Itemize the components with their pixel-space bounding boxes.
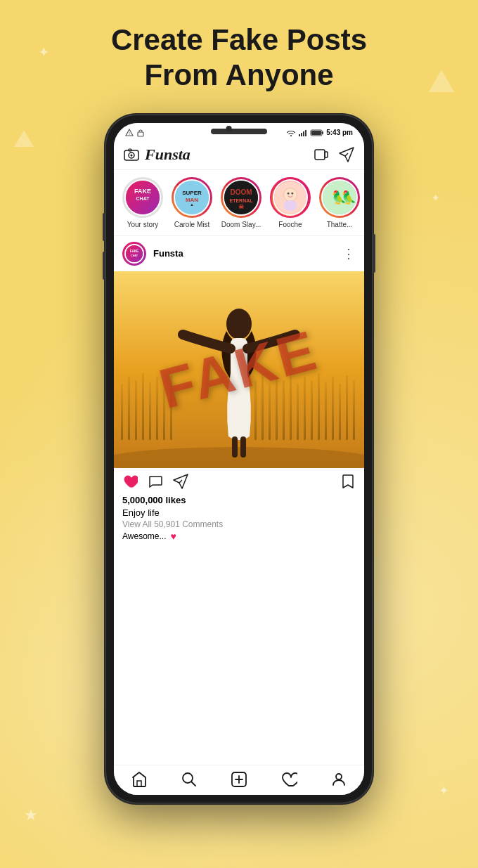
svg-rect-44: [156, 377, 158, 440]
svg-text:FAKE: FAKE: [134, 188, 151, 195]
svg-rect-47: [254, 380, 257, 440]
app-name: Funsta: [145, 145, 190, 164]
search-icon: [181, 771, 198, 788]
add-icon: [231, 771, 247, 788]
main-heading: Create Fake PostsFrom Anyone: [111, 22, 367, 93]
svg-rect-66: [240, 436, 246, 458]
nav-profile[interactable]: [330, 771, 347, 788]
svg-rect-50: [276, 377, 278, 440]
story-label-fooche: Fooche: [278, 221, 302, 228]
svg-rect-55: [311, 380, 313, 440]
send-icon[interactable]: [339, 147, 354, 162]
camera-icon[interactable]: [124, 147, 139, 162]
svg-rect-48: [261, 373, 264, 440]
post-more-menu[interactable]: ⋮: [342, 246, 356, 261]
svg-rect-65: [232, 436, 238, 458]
status-time: 5:43 pm: [326, 129, 353, 136]
status-bar: !: [114, 123, 364, 140]
share-button[interactable]: [173, 474, 188, 489]
heading-area: Create Fake PostsFrom Anyone: [83, 0, 395, 108]
status-right: 5:43 pm: [286, 129, 353, 137]
svg-rect-67: [137, 781, 141, 786]
svg-rect-13: [315, 150, 325, 160]
header-right: [314, 147, 354, 162]
story-label-doom: Doom Slay...: [221, 221, 261, 228]
like-button[interactable]: [122, 474, 138, 489]
post-header: FAKE CHAT Funsta ⋮: [114, 236, 364, 271]
svg-point-31: [283, 200, 297, 211]
comment-preview: Awesome... ♥: [122, 531, 356, 542]
story-avatar-doom: DOOM ETERNAL ☠: [223, 179, 259, 216]
svg-point-30: [291, 193, 293, 195]
alert-icon: !: [125, 129, 134, 137]
home-icon: [131, 771, 148, 788]
svg-rect-43: [149, 382, 151, 440]
app-header: Funsta: [114, 140, 364, 170]
svg-rect-2: [299, 134, 300, 136]
svg-rect-49: [269, 384, 271, 440]
story-item-thatte[interactable]: 🦜 🦜 Thatte...: [319, 177, 360, 228]
save-button[interactable]: [340, 474, 356, 489]
svg-point-12: [131, 154, 133, 156]
story-avatar: FAKE CHAT: [124, 179, 161, 216]
svg-point-29: [288, 193, 290, 195]
svg-rect-52: [290, 375, 292, 440]
post-avatar-ring: FAKE CHAT: [122, 242, 146, 266]
story-item-doom[interactable]: DOOM ETERNAL ☠ Doom Slay...: [221, 177, 261, 228]
svg-rect-39: [121, 384, 123, 440]
nav-activity[interactable]: [280, 771, 297, 788]
comment-heart-icon: ♥: [170, 531, 176, 542]
story-item-fooche[interactable]: Fooche: [270, 177, 311, 228]
nav-search[interactable]: [181, 771, 198, 788]
svg-rect-42: [142, 373, 144, 440]
post-image: FAKE: [114, 271, 364, 468]
svg-rect-41: [135, 380, 137, 440]
svg-text:☠: ☠: [238, 203, 244, 210]
svg-point-70: [336, 774, 342, 779]
story-ring-carole: SUPER MAN ▲: [172, 177, 212, 218]
signal-icon: [298, 129, 308, 137]
comment-button[interactable]: [148, 474, 163, 489]
story-avatar-carole: SUPER MAN ▲: [174, 179, 210, 216]
post-actions: [114, 468, 364, 495]
phone-container: !: [105, 115, 373, 803]
app-logo-area: Funsta: [124, 145, 190, 164]
post-info: 5,000,000 likes Enjoy life View All 50,9…: [114, 495, 364, 545]
svg-text:!: !: [129, 131, 130, 135]
svg-text:ETERNAL: ETERNAL: [229, 198, 253, 203]
svg-rect-54: [304, 377, 306, 440]
story-ring: FAKE CHAT: [122, 177, 163, 218]
story-label: Your story: [127, 221, 159, 228]
story-item-carole-mist[interactable]: SUPER MAN ▲ Carole Mist: [172, 177, 212, 228]
story-label-carole: Carole Mist: [174, 221, 210, 228]
nav-home[interactable]: [131, 771, 148, 788]
svg-point-63: [226, 309, 252, 339]
phone-frame: !: [105, 115, 373, 803]
svg-rect-8: [311, 131, 321, 135]
likes-count: 5,000,000 likes: [122, 495, 356, 505]
svg-rect-14: [325, 152, 328, 157]
svg-rect-51: [283, 380, 285, 440]
phone-screen: !: [114, 123, 364, 795]
igtv-icon[interactable]: [314, 147, 329, 162]
view-comments[interactable]: View All 50,901 Comments: [122, 519, 356, 529]
svg-rect-53: [297, 384, 299, 440]
svg-rect-40: [128, 377, 130, 440]
svg-rect-57: [325, 382, 327, 440]
svg-rect-1: [138, 132, 143, 136]
svg-rect-58: [332, 377, 334, 440]
svg-rect-59: [339, 384, 341, 440]
svg-text:🦜: 🦜: [341, 190, 356, 205]
svg-rect-5: [305, 130, 306, 136]
comment-text: Awesome...: [122, 531, 166, 541]
svg-rect-7: [322, 131, 323, 134]
story-item-your-story[interactable]: FAKE CHAT Your story: [122, 177, 163, 228]
svg-rect-46: [170, 375, 172, 440]
svg-rect-3: [301, 133, 302, 136]
nav-add[interactable]: [231, 771, 247, 788]
story-ring-thatte: 🦜 🦜: [319, 177, 360, 218]
profile-icon: [330, 771, 347, 788]
svg-text:FAKE: FAKE: [130, 250, 138, 253]
post-caption: Enjoy life: [122, 507, 356, 518]
svg-text:CHAT: CHAT: [131, 254, 138, 257]
